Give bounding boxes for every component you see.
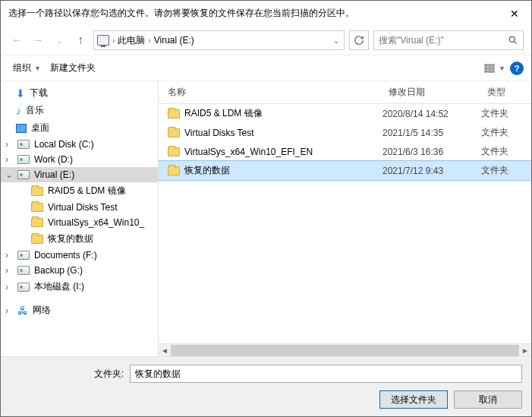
folder-icon — [31, 187, 43, 196]
file-date: 2021/1/5 14:35 — [379, 126, 478, 140]
new-folder-label: 新建文件夹 — [50, 62, 96, 74]
close-icon[interactable]: ✕ — [505, 8, 524, 20]
chevron-right-icon[interactable]: › — [111, 36, 116, 45]
refresh-button[interactable] — [349, 30, 369, 50]
svg-rect-5 — [489, 68, 494, 69]
folder-label: 文件夹: — [10, 368, 124, 381]
folder-input[interactable] — [130, 365, 522, 383]
svg-rect-2 — [485, 65, 487, 66]
file-name: 恢复的数据 — [184, 164, 230, 177]
list-row[interactable]: RAID5 & LDM 镜像2020/8/14 14:52文件夹 — [159, 104, 531, 123]
list-row[interactable]: Virtual Disks Test2021/1/5 14:35文件夹 — [159, 123, 531, 142]
folder-icon — [168, 128, 180, 137]
tree-desktop[interactable]: 桌面 — [1, 119, 158, 137]
toolbar: 组织 ▾ 新建文件夹 ▾ ? — [1, 55, 531, 81]
tree-backupg[interactable]: Backup (G:) — [1, 263, 158, 278]
file-date: 2021/6/3 16:36 — [379, 145, 478, 159]
nav-back-icon[interactable]: ← — [8, 32, 25, 49]
folder-icon — [31, 203, 43, 212]
file-date: 2020/8/14 14:52 — [379, 107, 478, 121]
desktop-icon — [16, 124, 27, 133]
list-header: 名称 修改日期 类型 — [159, 81, 531, 104]
body: ⬇下载 ♪音乐 桌面 Local Disk (C:) Work (D:) Vir… — [1, 81, 531, 356]
file-type: 文件夹 — [478, 125, 531, 141]
folder-icon — [168, 166, 180, 175]
chevron-down-icon: ▾ — [34, 64, 41, 72]
dialog-title: 选择一个路径以保存您勾选的文件。请勿将要恢复的文件保存在您当前扫描的分区中。 — [8, 7, 505, 20]
tree-vsys[interactable]: VirtualSys_x64_Win10_ — [1, 215, 158, 230]
tree-music[interactable]: ♪音乐 — [1, 102, 158, 119]
folder-icon — [168, 147, 180, 156]
scroll-thumb[interactable] — [171, 345, 519, 356]
col-type[interactable]: 类型 — [478, 81, 531, 103]
file-type: 文件夹 — [478, 163, 531, 178]
drive-icon — [17, 140, 30, 149]
nav-history-icon[interactable]: ⌄ — [51, 32, 68, 49]
folder-icon — [168, 109, 180, 118]
breadcrumb[interactable]: › 此电脑 › Virual (E:) ⌄ — [93, 30, 345, 50]
new-folder-button[interactable]: 新建文件夹 — [46, 60, 100, 76]
button-row: 选择文件夹 取消 — [10, 390, 522, 409]
scroll-left-icon[interactable]: ◄ — [159, 344, 171, 357]
list-row[interactable]: VirtualSys_x64_Win10_EFI_EN2021/6/3 16:3… — [159, 142, 531, 161]
h-scrollbar[interactable]: ◄ ► — [159, 343, 531, 356]
view-mode-button[interactable]: ▾ — [479, 62, 510, 74]
list-row[interactable]: 恢复的数据2021/7/12 9:43文件夹 — [159, 161, 531, 180]
tree-localc[interactable]: Local Disk (C:) — [1, 137, 158, 152]
chevron-right-icon[interactable]: › — [146, 36, 152, 45]
search-icon — [508, 35, 518, 46]
drive-icon — [17, 170, 30, 179]
tree-vdisks[interactable]: Virtual Disks Test — [1, 200, 158, 215]
tree-pane[interactable]: ⬇下载 ♪音乐 桌面 Local Disk (C:) Work (D:) Vir… — [1, 81, 159, 356]
file-type: 文件夹 — [478, 106, 531, 122]
organize-button[interactable]: 组织 ▾ — [8, 60, 46, 76]
search-field[interactable] — [379, 35, 508, 46]
drive-icon — [17, 251, 30, 260]
svg-line-1 — [514, 41, 516, 43]
pc-icon — [97, 35, 109, 46]
tree-docsf[interactable]: Documents (F:) — [1, 248, 158, 263]
chevron-down-icon: ▾ — [499, 64, 505, 72]
col-date[interactable]: 修改日期 — [379, 81, 478, 103]
tree-viruale[interactable]: Virual (E:) — [1, 167, 158, 182]
folder-icon — [31, 218, 43, 227]
col-name[interactable]: 名称 — [159, 81, 379, 103]
file-type: 文件夹 — [478, 144, 531, 160]
svg-point-0 — [509, 36, 515, 42]
scroll-right-icon[interactable]: ► — [519, 344, 531, 357]
svg-rect-7 — [489, 71, 494, 72]
file-name: Virtual Disks Test — [184, 128, 254, 138]
folder-icon — [31, 235, 43, 244]
drive-icon — [17, 155, 30, 164]
file-date: 2021/7/12 9:43 — [379, 164, 478, 178]
help-icon[interactable]: ? — [510, 62, 524, 75]
nav-forward-icon[interactable]: → — [30, 32, 46, 49]
music-icon: ♪ — [16, 105, 21, 117]
nav-row: ← → ⌄ ↑ › 此电脑 › Virual (E:) ⌄ — [1, 26, 531, 55]
svg-rect-4 — [485, 68, 487, 69]
view-icon — [483, 62, 496, 74]
svg-rect-6 — [485, 71, 487, 72]
tree-downloads[interactable]: ⬇下载 — [1, 84, 158, 102]
breadcrumb-root[interactable]: 此电脑 — [118, 34, 145, 47]
organize-label: 组织 — [13, 62, 31, 74]
tree-locali[interactable]: 本地磁盘 (I:) — [1, 278, 158, 295]
tree-network[interactable]: 🖧网络 — [1, 302, 158, 319]
select-folder-button[interactable]: 选择文件夹 — [379, 390, 448, 409]
chevron-down-icon[interactable]: ⌄ — [332, 36, 341, 45]
breadcrumb-current[interactable]: Virual (E:) — [154, 35, 194, 46]
folder-row: 文件夹: — [10, 365, 522, 383]
tree-recov[interactable]: 恢复的数据 — [1, 230, 158, 248]
search-input[interactable] — [373, 30, 524, 50]
tree-workd[interactable]: Work (D:) — [1, 152, 158, 167]
tree-raid5[interactable]: RAID5 & LDM 镜像 — [1, 182, 158, 200]
list-body[interactable]: RAID5 & LDM 镜像2020/8/14 14:52文件夹Virtual … — [159, 104, 531, 343]
network-icon: 🖧 — [17, 305, 28, 317]
file-name: VirtualSys_x64_Win10_EFI_EN — [184, 147, 313, 157]
refresh-icon — [354, 35, 364, 46]
nav-up-icon[interactable]: ↑ — [72, 32, 89, 49]
drive-icon — [17, 283, 30, 292]
cancel-button[interactable]: 取消 — [454, 390, 522, 409]
titlebar: 选择一个路径以保存您勾选的文件。请勿将要恢复的文件保存在您当前扫描的分区中。 ✕ — [1, 1, 531, 26]
file-name: RAID5 & LDM 镜像 — [184, 107, 263, 120]
